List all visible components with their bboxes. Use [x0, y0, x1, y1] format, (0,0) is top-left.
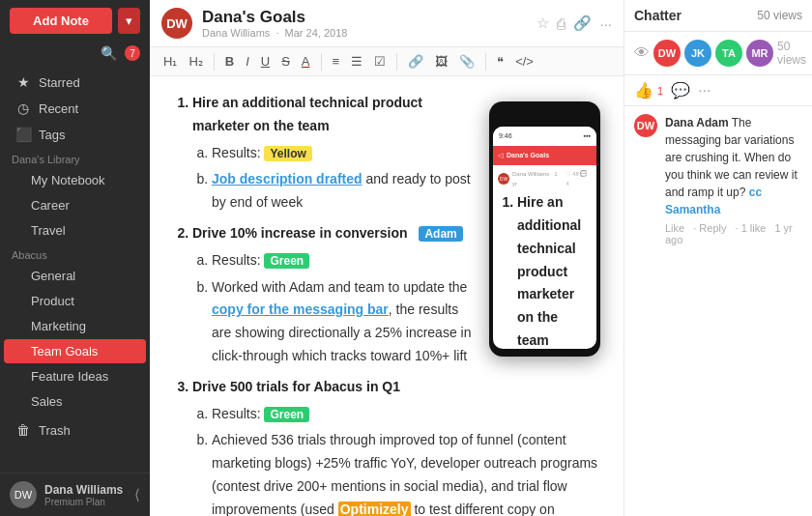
doc-author: Dana Williams	[202, 27, 270, 39]
doc-header: DW Dana's Goals Dana Williams · Mar 24, …	[150, 0, 624, 47]
italic-button[interactable]: I	[242, 52, 253, 71]
doc-item-1-title: Hire an additional technical product mar…	[192, 95, 422, 133]
like-action[interactable]: Like	[665, 222, 684, 234]
sidebar-item-product-label: Product	[31, 294, 74, 308]
star-icon: ★	[15, 74, 31, 90]
chatter-avatar-2: JK	[684, 40, 711, 67]
footer-username: Dana Williams	[44, 483, 127, 497]
chatter-actions: 👍 1 💬 ···	[624, 75, 812, 106]
doc-date: Mar 24, 2018	[285, 27, 348, 39]
ordered-list-button[interactable]: ☰	[347, 52, 366, 71]
recent-icon: ◷	[15, 100, 31, 116]
link-insert-button[interactable]: 🔗	[404, 52, 427, 71]
underline-button[interactable]: U	[257, 52, 274, 71]
user-avatar: DW	[10, 481, 37, 508]
sidebar-item-recent-label: Recent	[39, 101, 78, 116]
sidebar-item-starred-label: Starred	[39, 75, 80, 90]
attachment-button[interactable]: 📎	[455, 52, 478, 71]
phone-device: 9:46 ▪▪▪ ◁ Dana's Goals DW Dana Williams…	[489, 101, 600, 357]
phone-doc-title: Dana's Goals	[507, 150, 549, 161]
sidebar-item-my-notebook-label: My Notebook	[31, 173, 105, 187]
link-job-description[interactable]: Job description drafted	[212, 171, 362, 186]
code-button[interactable]: </>	[511, 52, 537, 71]
unordered-list-button[interactable]: ≡	[329, 52, 344, 71]
star-button[interactable]: ☆	[536, 14, 549, 32]
reply-action[interactable]: · Reply	[693, 222, 726, 234]
chatter-avatar-3: TA	[715, 40, 742, 67]
sidebar-collapse-button[interactable]: ⟨	[134, 486, 140, 503]
sidebar-item-general-label: General	[31, 269, 75, 283]
phone-likes: ♡ 48 💬 4	[566, 169, 592, 188]
sidebar-item-feature-ideas-label: Feature Ideas	[31, 369, 108, 384]
image-button[interactable]: 🖼	[431, 52, 451, 71]
search-button[interactable]: 🔍	[101, 45, 117, 61]
sidebar-footer: DW Dana Williams Premium Plan ⟨	[0, 473, 150, 516]
doc-sublist-3: Results: Green Achieved 536 trials throu…	[192, 403, 600, 516]
chatter-panel: Chatter 50 views 👁 DW JK TA MR 50 views …	[624, 0, 812, 516]
doc-title: Dana's Goals	[202, 8, 536, 27]
abacus-header: Abacus	[0, 244, 150, 263]
phone-avatar: DW	[498, 173, 509, 185]
doc-sub-item-3b: Achieved 536 trials through improved top…	[212, 429, 600, 516]
phone-notch	[521, 109, 569, 123]
sidebar-item-marketing[interactable]: Marketing	[4, 314, 146, 338]
sidebar-item-tags-label: Tags	[39, 128, 65, 142]
phone-screen: 9:46 ▪▪▪ ◁ Dana's Goals DW Dana Williams…	[493, 127, 596, 349]
sidebar-item-sales-label: Sales	[31, 394, 63, 409]
link-messaging-bar[interactable]: copy for the messaging bar	[212, 301, 389, 317]
more-button[interactable]: ···	[599, 15, 612, 32]
sidebar-item-trash-label: Trash	[39, 423, 71, 438]
strikethrough-button[interactable]: S	[277, 52, 294, 71]
sidebar-item-career[interactable]: Career	[4, 193, 146, 217]
bold-button[interactable]: B	[221, 52, 238, 71]
notification-badge: 7	[125, 45, 140, 61]
sidebar-item-feature-ideas[interactable]: Feature Ideas	[4, 364, 146, 388]
sidebar-item-sales[interactable]: Sales	[4, 389, 146, 414]
sidebar-top: Add Note ▾	[0, 0, 150, 42]
quote-button[interactable]: ❝	[493, 52, 508, 71]
sidebar-item-recent[interactable]: ◷ Recent	[4, 96, 146, 121]
sidebar-item-general[interactable]: General	[4, 264, 146, 288]
badge-green-2: Green	[264, 407, 309, 422]
sidebar-item-team-goals[interactable]: Team Goals	[4, 339, 146, 363]
like-button[interactable]: 👍	[634, 81, 653, 100]
add-note-dropdown-button[interactable]: ▾	[118, 8, 140, 34]
doc-info: Dana's Goals Dana Williams · Mar 24, 201…	[202, 8, 536, 39]
add-note-button[interactable]: Add Note	[10, 8, 112, 34]
phone-signal: ▪▪▪	[584, 130, 591, 142]
heading1-button[interactable]: H₁	[160, 52, 181, 71]
document-body: 9:46 ▪▪▪ ◁ Dana's Goals DW Dana Williams…	[150, 76, 624, 516]
sidebar-item-trash[interactable]: 🗑 Trash	[4, 417, 146, 443]
phone-ol: Hire an additional technical product mar…	[498, 191, 592, 349]
sidebar-item-tags[interactable]: ⬛ Tags	[4, 122, 146, 147]
sidebar-item-marketing-label: Marketing	[31, 319, 86, 333]
toolbar-sep-1	[214, 53, 215, 71]
sidebar-item-my-notebook[interactable]: My Notebook	[4, 168, 146, 192]
chatter-avatar-4: MR	[746, 40, 773, 67]
chatter-message-1: DW Dana Adam The messaging bar variation…	[634, 114, 802, 245]
chatter-header: Chatter 50 views	[624, 0, 812, 32]
phone-status-bar: 9:46 ▪▪▪	[493, 127, 596, 146]
share-button[interactable]: ⎙	[557, 15, 566, 32]
sidebar-item-product[interactable]: Product	[4, 289, 146, 313]
more-chatter-button[interactable]: ···	[698, 82, 710, 100]
text-color-button[interactable]: A	[298, 52, 314, 71]
badge-yellow-1: Yellow	[264, 146, 311, 161]
like-count: 1	[657, 85, 663, 97]
toolbar: H₁ H₂ B I U S A ≡ ☰ ☑ 🔗 🖼 📎 ❝ </>	[150, 47, 624, 76]
heading2-button[interactable]: H₂	[185, 52, 206, 71]
phone-mockup: 9:46 ▪▪▪ ◁ Dana's Goals DW Dana Williams…	[489, 101, 600, 357]
phone-header-bar: ◁ Dana's Goals	[493, 146, 596, 165]
footer-plan: Premium Plan	[44, 497, 127, 507]
doc-meta: Dana Williams · Mar 24, 2018	[202, 27, 536, 39]
sidebar-item-career-label: Career	[31, 198, 70, 213]
comment-button[interactable]: 💬	[671, 81, 690, 100]
doc-sub-item-3a: Results: Green	[212, 403, 600, 426]
link-button[interactable]: 🔗	[573, 14, 592, 32]
chatter-eye-button[interactable]: 👁	[634, 44, 650, 62]
chatter-msg-content: Dana Adam The messaging bar variations a…	[665, 114, 802, 245]
sidebar-item-travel[interactable]: Travel	[4, 218, 146, 243]
checklist-button[interactable]: ☑	[370, 52, 390, 71]
phone-author-row: DW Dana Williams · 1 yr ♡ 48 💬 4	[498, 169, 592, 188]
sidebar-item-starred[interactable]: ★ Starred	[4, 70, 146, 95]
